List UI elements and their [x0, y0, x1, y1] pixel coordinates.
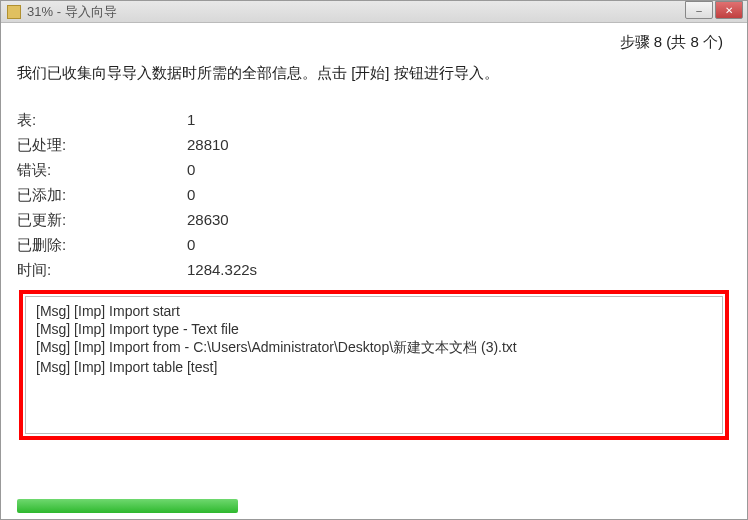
time-value: 1284.322s: [187, 261, 731, 280]
log-line: [Msg] [Imp] Import start: [36, 303, 712, 319]
minimize-button[interactable]: –: [685, 1, 713, 19]
tables-value: 1: [187, 111, 731, 130]
deleted-value: 0: [187, 236, 731, 255]
errors-value: 0: [187, 161, 731, 180]
content-area: 步骤 8 (共 8 个) 我们已收集向导导入数据时所需的全部信息。点击 [开始]…: [1, 23, 747, 440]
log-line: [Msg] [Imp] Import from - C:\Users\Admin…: [36, 339, 712, 357]
processed-value: 28810: [187, 136, 731, 155]
tables-label: 表:: [17, 111, 187, 130]
log-textarea[interactable]: [Msg] [Imp] Import start [Msg] [Imp] Imp…: [25, 296, 723, 434]
time-label: 时间:: [17, 261, 187, 280]
wizard-description: 我们已收集向导导入数据时所需的全部信息。点击 [开始] 按钮进行导入。: [17, 64, 731, 83]
stats-grid: 表: 1 已处理: 28810 错误: 0 已添加: 0 已更新: 28630 …: [17, 111, 731, 280]
log-highlight-box: [Msg] [Imp] Import start [Msg] [Imp] Imp…: [19, 290, 729, 440]
log-line: [Msg] [Imp] Import table [test]: [36, 359, 712, 375]
added-label: 已添加:: [17, 186, 187, 205]
wizard-window: 31% - 导入向导 – ✕ 步骤 8 (共 8 个) 我们已收集向导导入数据时…: [0, 0, 748, 520]
titlebar[interactable]: 31% - 导入向导 – ✕: [1, 1, 747, 23]
progress-bar: [17, 499, 238, 513]
updated-value: 28630: [187, 211, 731, 230]
log-line: [Msg] [Imp] Import type - Text file: [36, 321, 712, 337]
close-button[interactable]: ✕: [715, 1, 743, 19]
step-indicator: 步骤 8 (共 8 个): [17, 31, 731, 60]
added-value: 0: [187, 186, 731, 205]
errors-label: 错误:: [17, 161, 187, 180]
processed-label: 已处理:: [17, 136, 187, 155]
updated-label: 已更新:: [17, 211, 187, 230]
app-icon: [7, 5, 21, 19]
progress-area: [1, 499, 747, 519]
deleted-label: 已删除:: [17, 236, 187, 255]
window-controls: – ✕: [685, 1, 743, 19]
window-title: 31% - 导入向导: [27, 3, 117, 21]
